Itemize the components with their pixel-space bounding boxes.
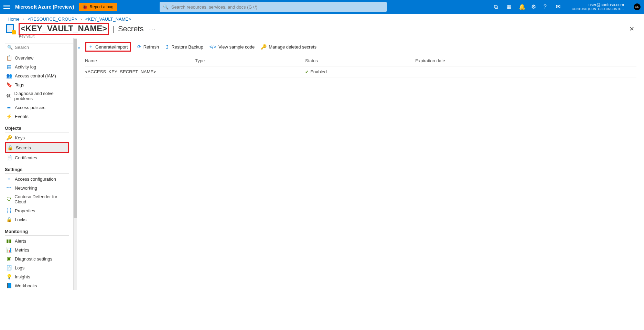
breadcrumb: Home › <RESOURCE_GROUP> › <KEY_VAULT_NAM… <box>0 14 644 22</box>
nav-label: Insights <box>15 274 30 279</box>
col-status[interactable]: Status <box>305 58 415 63</box>
col-type[interactable]: Type <box>195 58 305 63</box>
nav-label: Locks <box>15 217 26 222</box>
plus-icon: ＋ <box>88 44 93 50</box>
filter-icon[interactable]: ▦ <box>506 4 512 10</box>
crumb-key-vault[interactable]: <KEY_VAULT_NAME> <box>85 17 131 22</box>
nav-logs[interactable]: 🧾Logs <box>5 263 69 272</box>
cloud-shell-icon[interactable]: ⧉ <box>494 4 500 10</box>
nav-workbooks[interactable]: 📘Workbooks <box>5 281 69 290</box>
resource-menu: 🔍 « 📋Overview ▤Activity log 👥Access cont… <box>0 38 73 290</box>
nav-alerts[interactable]: ▮▮Alerts <box>5 236 69 245</box>
cmd-label: Generate/Import <box>95 44 128 50</box>
account-tenant: CONTOSO (CONTOSO.ONCONTO... <box>572 8 624 11</box>
secrets-content: ＋ Generate/Import ⟳ Refresh ↥ Restore Ba… <box>77 38 644 290</box>
nav-diagnose[interactable]: 🛠Diagnose and solve problems <box>5 89 69 103</box>
page-title-row: <KEY_VAULT_NAME> | Secrets ⋯ ✕ <box>0 22 644 35</box>
nav-label: Overview <box>15 55 33 61</box>
report-bug-button[interactable]: 🐞 Report a bug <box>79 3 117 11</box>
nav-properties[interactable]: ┊┊Properties <box>5 206 69 215</box>
cmd-label: Refresh <box>143 44 159 50</box>
diagnose-icon: 🛠 <box>6 93 11 99</box>
crumb-home[interactable]: Home <box>8 17 20 22</box>
nav-activity-log[interactable]: ▤Activity log <box>5 62 69 71</box>
workbooks-icon: 📘 <box>6 283 12 288</box>
global-search[interactable]: 🔍 <box>160 2 387 12</box>
nav-overview[interactable]: 📋Overview <box>5 53 69 62</box>
view-sample-code-button[interactable]: </> View sample code <box>210 42 255 52</box>
nav-insights[interactable]: 💡Insights <box>5 272 69 281</box>
nav-label: Logs <box>15 265 24 270</box>
nav-defender[interactable]: 🛡Contoso Defender for Cloud <box>5 192 69 206</box>
col-name[interactable]: Name <box>85 58 195 63</box>
code-icon: </> <box>210 44 216 50</box>
global-search-input[interactable] <box>171 4 383 10</box>
nav-secrets[interactable]: 🔒Secrets <box>5 142 69 153</box>
nav-access-control[interactable]: 👥Access control (IAM) <box>5 71 69 80</box>
chevron-right-icon: › <box>80 17 82 22</box>
status-text: Enabled <box>310 69 327 74</box>
crumb-resource-group[interactable]: <RESOURCE_GROUP> <box>28 17 77 22</box>
nav-tags[interactable]: 🔖Tags <box>5 80 69 89</box>
refresh-icon: ⟳ <box>137 44 141 50</box>
nav-label: Metrics <box>15 247 29 253</box>
nav-label: Keys <box>15 135 25 140</box>
section-objects: Objects <box>5 126 69 131</box>
feedback-icon[interactable]: ✉ <box>556 4 561 10</box>
nav-label: Contoso Defender for Cloud <box>14 194 68 204</box>
restore-backup-button[interactable]: ↥ Restore Backup <box>165 42 203 52</box>
vault-name-title: <KEY_VAULT_NAME> <box>19 23 109 35</box>
nav-networking[interactable]: 〰Networking <box>5 183 69 192</box>
key-vault-resource-icon <box>6 24 15 34</box>
nav-keys[interactable]: 🔑Keys <box>5 133 69 142</box>
search-icon: 🔍 <box>163 4 169 10</box>
nav-locks[interactable]: 🔒Locks <box>5 215 69 224</box>
insights-icon: 💡 <box>6 274 12 279</box>
manage-deleted-secrets-button[interactable]: 🔑 Manage deleted secrets <box>261 42 316 52</box>
nav-access-configuration[interactable]: ≡Access configuration <box>5 174 69 183</box>
menu-search[interactable]: 🔍 <box>5 43 75 51</box>
help-icon[interactable]: ? <box>544 4 549 10</box>
brand-label: Microsoft Azure (Preview) <box>15 4 74 10</box>
nav-label: Properties <box>15 208 35 213</box>
menu-scrollbar[interactable] <box>73 38 77 290</box>
avatar[interactable]: CU <box>634 3 641 10</box>
alerts-icon: ▮▮ <box>6 238 12 244</box>
nav-metrics[interactable]: 📊Metrics <box>5 245 69 254</box>
settings-gear-icon[interactable]: ⚙ <box>531 4 537 10</box>
hamburger-menu-icon[interactable] <box>3 5 10 9</box>
activity-log-icon: ▤ <box>6 64 12 70</box>
account-block[interactable]: user@contoso.com CONTOSO (CONTOSO.ONCONT… <box>572 3 624 11</box>
section-monitoring: Monitoring <box>5 229 69 234</box>
notifications-icon[interactable]: 🔔 <box>519 4 524 10</box>
nav-label: Networking <box>15 185 37 191</box>
events-icon: ⚡ <box>6 114 12 119</box>
table-row[interactable]: <ACCESS_KEY_SECRET_NAME> ✔Enabled <box>85 66 636 77</box>
nav-label: Certificates <box>15 155 37 160</box>
menu-search-input[interactable] <box>15 45 73 50</box>
metrics-icon: 📊 <box>6 247 12 253</box>
generate-import-button[interactable]: ＋ Generate/Import <box>85 42 131 52</box>
chevron-right-icon: › <box>23 17 24 22</box>
policies-icon: ≣ <box>6 105 12 110</box>
section-title: Secrets <box>118 24 144 33</box>
nav-diagnostic-settings[interactable]: ▣Diagnostic settings <box>5 254 69 263</box>
secrets-table-header: Name Type Status Expiration date <box>85 55 636 66</box>
nav-certificates[interactable]: 📄Certificates <box>5 153 69 162</box>
locks-icon: 🔒 <box>6 217 12 222</box>
nav-events[interactable]: ⚡Events <box>5 112 69 121</box>
diag-settings-icon: ▣ <box>6 256 12 262</box>
divider <box>5 173 69 174</box>
nav-label: Access control (IAM) <box>15 73 56 78</box>
more-actions-icon[interactable]: ⋯ <box>147 25 157 33</box>
refresh-button[interactable]: ⟳ Refresh <box>137 42 159 52</box>
defender-icon: 🛡 <box>6 196 11 202</box>
secret-type-cell <box>195 69 305 74</box>
bug-icon: 🐞 <box>82 4 88 10</box>
close-blade-icon[interactable]: ✕ <box>629 25 638 33</box>
nav-label: Secrets <box>16 145 31 150</box>
nav-access-policies[interactable]: ≣Access policies <box>5 103 69 112</box>
access-config-icon: ≡ <box>6 176 12 182</box>
tags-icon: 🔖 <box>6 82 12 87</box>
col-expiration[interactable]: Expiration date <box>415 58 636 63</box>
